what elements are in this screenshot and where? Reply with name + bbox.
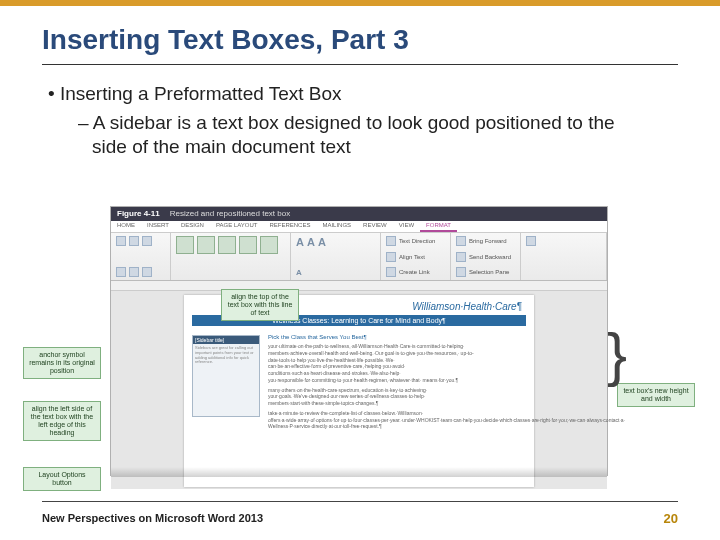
bullet-level2: A sidebar is a text box designed to look… (78, 111, 638, 159)
tab-layout: PAGE LAYOUT (210, 221, 263, 232)
tab-design: DESIGN (175, 221, 210, 232)
ruler (111, 281, 607, 291)
callout-align-top: align the top of the text box with this … (221, 289, 299, 321)
brace-icon: } (607, 325, 627, 385)
ribbon: AAA A Text Direction Align Text Create L… (111, 233, 607, 281)
document-page: Williamson·Health·Care¶ Wellness Classes… (184, 295, 534, 487)
page-number: 20 (664, 511, 678, 526)
tab-view: VIEW (393, 221, 420, 232)
footer-divider (42, 501, 678, 502)
slide-title: Inserting Text Boxes, Part 3 (42, 24, 678, 65)
sidebar-textbox: [Sidebar title] Sidebars are great for c… (192, 335, 260, 417)
figure-number: Figure 4-11 (117, 207, 160, 221)
figure-screenshot: Figure 4-11 Resized and repositioned tex… (110, 206, 608, 476)
tab-mailings: MAILINGS (316, 221, 357, 232)
sidebar-head: [Sidebar title] (193, 336, 259, 344)
tab-format: FORMAT (420, 221, 457, 232)
footer-text: New Perspectives on Microsoft Word 2013 (42, 512, 263, 524)
ribbon-tabs: HOME INSERT DESIGN PAGE LAYOUT REFERENCE… (111, 221, 607, 233)
tab-insert: INSERT (141, 221, 175, 232)
doc-body-heading: Pick the Class that Serves You Best¶ (268, 333, 526, 341)
callout-layout-options: Layout Options button (23, 467, 101, 491)
bullet-level1: Inserting a Preformatted Text Box (48, 83, 678, 105)
figure-caption-bar: Figure 4-11 Resized and repositioned tex… (111, 207, 607, 221)
callout-new-size: text box's new height and width (617, 383, 695, 407)
document-area: Williamson·Health·Care¶ Wellness Classes… (111, 291, 607, 489)
sidebar-placeholder: Sidebars are great for calling out impor… (193, 344, 259, 367)
callout-align-left: align the left side of the text box with… (23, 401, 101, 441)
tab-references: REFERENCES (263, 221, 316, 232)
callout-anchor: anchor symbol remains in its original po… (23, 347, 101, 379)
doc-body: Pick the Class that Serves You Best¶ you… (268, 331, 526, 430)
tab-home: HOME (111, 221, 141, 232)
tab-review: REVIEW (357, 221, 393, 232)
figure-shadow (111, 467, 607, 477)
figure-caption: Resized and repositioned text box (170, 207, 291, 221)
